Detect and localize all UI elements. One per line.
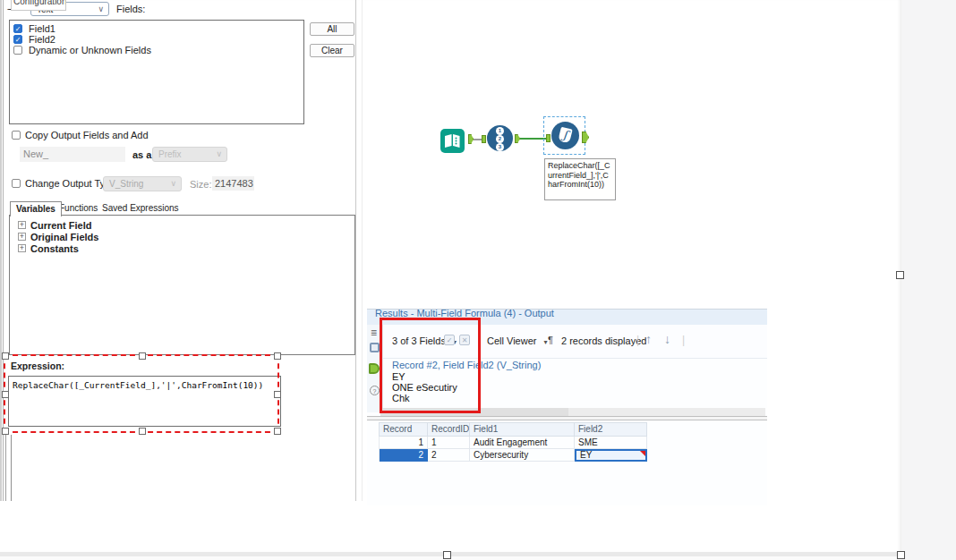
- results-table: Record RecordID Field1 Field2 1 1 Audit …: [379, 422, 647, 462]
- tree-item[interactable]: + Current Field: [18, 221, 340, 232]
- as-a-label: as a: [132, 149, 151, 160]
- all-button[interactable]: All: [310, 22, 354, 36]
- field2-cell[interactable]: SME: [575, 437, 647, 449]
- expander-plus-icon[interactable]: +: [18, 221, 26, 229]
- connection-line[interactable]: [520, 138, 546, 140]
- recordid-cell[interactable]: 1: [428, 437, 470, 449]
- text-input-tool[interactable]: [440, 129, 465, 153]
- selection-handle[interactable]: [274, 391, 281, 398]
- red-highlight-rect: [380, 318, 481, 413]
- change-type-checkbox[interactable]: [12, 179, 21, 188]
- data-profile-icon[interactable]: [369, 363, 380, 374]
- caret-down-icon: ▾: [544, 338, 548, 346]
- selection-handle[interactable]: [139, 428, 146, 435]
- list-item[interactable]: ✓ Field1: [13, 24, 300, 35]
- tool-annotation[interactable]: ReplaceChar([_CurrentField_],'|',CharFro…: [544, 158, 616, 200]
- fields-listbox[interactable]: ✓ Field1 ✓ Field2 Dynamic or Unknown Fie…: [9, 20, 304, 124]
- panel-left-edge: [0, 0, 2, 501]
- column-header[interactable]: Record: [380, 423, 428, 437]
- panel-right-border: [355, 0, 356, 501]
- tree-item-label: Original Fields: [30, 232, 98, 242]
- field2-cell-selected[interactable]: EY: [575, 449, 647, 462]
- cell-viewer-dropdown[interactable]: Cell Viewer ▾: [487, 335, 548, 346]
- tree-item[interactable]: + Constants: [18, 244, 340, 255]
- resize-handle-right[interactable]: [896, 271, 904, 279]
- toolbar-separator: |: [682, 334, 685, 346]
- panel-right-border-2: [362, 0, 363, 501]
- multi-field-formula-tool[interactable]: ʃ: [551, 122, 579, 149]
- pilcrow-icon[interactable]: ¶: [548, 335, 553, 345]
- field1-label: Field1: [29, 23, 55, 34]
- fields-label: Fields:: [116, 4, 145, 14]
- prefix-dropdown: Prefix ∨: [152, 147, 227, 162]
- selection-handle[interactable]: [274, 428, 281, 435]
- prev-record-icon[interactable]: ↑: [645, 332, 652, 346]
- clear-button[interactable]: Clear: [310, 44, 354, 57]
- selection-handle[interactable]: [139, 352, 146, 360]
- recordid-cell[interactable]: 2: [428, 449, 470, 462]
- tab-variables[interactable]: Variables: [10, 201, 62, 216]
- copy-output-label: Copy Output Fields and Add: [25, 130, 149, 140]
- field1-checkbox[interactable]: ✓: [13, 24, 22, 33]
- selection-handle[interactable]: [2, 391, 9, 398]
- table-row[interactable]: 1 1 Audit Engagement SME: [379, 437, 647, 449]
- tab-saved-expressions[interactable]: Saved Expressions: [97, 201, 184, 216]
- expander-plus-icon[interactable]: +: [18, 244, 26, 252]
- column-header[interactable]: Field2: [575, 423, 647, 437]
- size-label: Size:: [190, 179, 211, 190]
- toolbar-separator: |: [636, 334, 639, 346]
- tree-item[interactable]: + Original Fields: [18, 233, 340, 243]
- field1-cell[interactable]: Audit Engagement: [470, 437, 575, 449]
- selection-handle[interactable]: [274, 352, 281, 360]
- configuration-title: Configuration: [11, 0, 66, 11]
- records-view-icon[interactable]: ≡: [371, 327, 377, 339]
- dynamic-fields-label: Dynamic or Unknown Fields: [29, 45, 151, 55]
- output-type-value: V_String: [109, 179, 143, 189]
- resize-handle-bottom[interactable]: [443, 551, 451, 559]
- panel-splitter[interactable]: [367, 416, 767, 420]
- output-anchor[interactable]: [582, 132, 589, 143]
- size-input: 2147483: [212, 176, 254, 191]
- book-icon: [444, 133, 461, 148]
- groupbox-line-outer: [5, 435, 6, 501]
- input-anchor[interactable]: [482, 135, 486, 143]
- new-field-input[interactable]: New_: [20, 147, 125, 162]
- record-cell[interactable]: 1: [380, 437, 428, 449]
- column-header[interactable]: RecordID: [428, 423, 470, 437]
- beaker-icon: ʃ: [558, 127, 572, 144]
- tree-item-label: Constants: [30, 243, 79, 254]
- record-id-badge: 1: [496, 127, 504, 135]
- record-id-badge: 2: [496, 135, 504, 143]
- expression-selection-rect[interactable]: [4, 354, 279, 433]
- dynamic-fields-checkbox[interactable]: [13, 46, 22, 55]
- help-icon[interactable]: ?: [370, 386, 380, 395]
- record-id-tool[interactable]: 1 2 3: [487, 125, 513, 151]
- groupbox-line-inner: [11, 435, 12, 501]
- table-header-row: Record RecordID Field1 Field2: [379, 422, 647, 437]
- record-id-badge: 3: [496, 143, 504, 151]
- chevron-down-icon: ∨: [216, 149, 222, 158]
- next-record-icon[interactable]: ↓: [664, 332, 670, 346]
- column-header[interactable]: Field1: [470, 423, 575, 437]
- selection-handle[interactable]: [2, 352, 9, 360]
- record-cell-selected[interactable]: 2: [380, 449, 428, 462]
- output-type-dropdown: V_String ∨: [103, 176, 182, 191]
- variables-tree[interactable]: + Current Field + Original Fields + Cons…: [9, 215, 355, 355]
- chevron-down-icon: ∨: [170, 179, 176, 188]
- field2-checkbox[interactable]: ✓: [13, 35, 22, 44]
- metadata-view-icon[interactable]: [370, 343, 380, 352]
- prefix-value: Prefix: [158, 149, 182, 159]
- field2-label: Field2: [29, 34, 55, 45]
- expander-plus-icon[interactable]: +: [18, 233, 26, 241]
- chevron-down-icon: ∨: [98, 4, 104, 13]
- list-item[interactable]: Dynamic or Unknown Fields: [13, 46, 300, 56]
- table-row[interactable]: 2 2 Cybersecurity EY: [379, 449, 647, 462]
- cell-overflow-marker: [640, 451, 645, 456]
- field1-cell[interactable]: Cybersecurity: [470, 449, 575, 462]
- resize-handle-corner[interactable]: [897, 551, 905, 559]
- copy-output-checkbox[interactable]: [12, 131, 21, 140]
- input-anchor[interactable]: [546, 134, 551, 142]
- selection-handle[interactable]: [2, 428, 9, 435]
- records-displayed-label: 2 records displayed: [561, 335, 646, 346]
- tree-item-label: Current Field: [30, 220, 91, 231]
